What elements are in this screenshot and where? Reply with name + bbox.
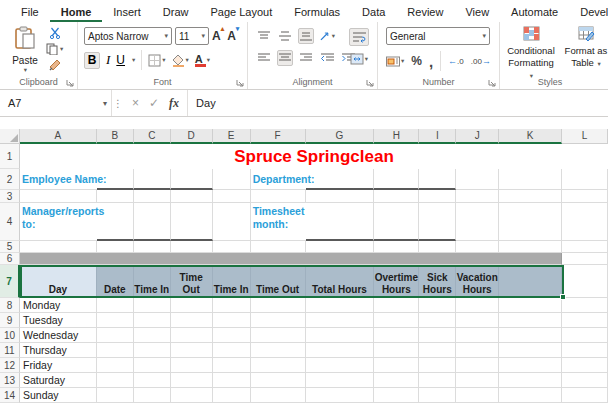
- cell[interactable]: [20, 190, 97, 203]
- italic-button[interactable]: I: [106, 52, 110, 68]
- cell[interactable]: [562, 190, 608, 203]
- cell[interactable]: [456, 169, 499, 190]
- cell[interactable]: [374, 298, 419, 313]
- cell[interactable]: [562, 265, 608, 298]
- row-header-11[interactable]: 11: [0, 343, 20, 358]
- cell[interactable]: [134, 343, 171, 358]
- col-header-b[interactable]: B: [97, 129, 134, 144]
- cell[interactable]: [171, 388, 213, 403]
- decrease-decimal-icon[interactable]: .00→: [471, 56, 491, 66]
- orientation-icon[interactable]: ▾: [319, 28, 335, 44]
- col-header-h[interactable]: H: [374, 129, 419, 144]
- tab-data[interactable]: Data: [351, 3, 396, 22]
- cell[interactable]: [213, 298, 251, 313]
- cell[interactable]: [419, 358, 456, 373]
- tab-insert[interactable]: Insert: [102, 3, 152, 22]
- cell[interactable]: [251, 190, 306, 203]
- cell[interactable]: [499, 190, 562, 203]
- cell[interactable]: [419, 343, 456, 358]
- col-header-f[interactable]: F: [251, 129, 306, 144]
- col-header-a[interactable]: A: [20, 129, 97, 144]
- cell[interactable]: [456, 298, 499, 313]
- cell[interactable]: [456, 343, 499, 358]
- format-painter-icon[interactable]: [46, 59, 63, 71]
- align-right-icon[interactable]: [298, 50, 314, 66]
- cell[interactable]: [419, 169, 456, 190]
- cell[interactable]: [213, 203, 251, 241]
- cell[interactable]: [374, 169, 419, 190]
- row-header-9[interactable]: 9: [0, 313, 20, 328]
- cell[interactable]: [374, 358, 419, 373]
- cell[interactable]: [419, 388, 456, 403]
- cell[interactable]: [171, 190, 213, 203]
- insert-function-icon[interactable]: fx: [169, 96, 179, 111]
- cell[interactable]: [306, 298, 375, 313]
- cell[interactable]: [134, 358, 171, 373]
- cell[interactable]: [97, 241, 134, 253]
- align-left-icon[interactable]: [256, 50, 272, 66]
- header-cell-time-in-2[interactable]: Time In: [213, 265, 251, 298]
- cell[interactable]: [171, 343, 213, 358]
- cell[interactable]: [213, 313, 251, 328]
- cell[interactable]: [306, 313, 375, 328]
- employee-name-label-cell[interactable]: Employee Name:: [20, 169, 97, 190]
- underline-button[interactable]: U: [116, 53, 125, 67]
- active-cell-a7[interactable]: Day: [20, 265, 97, 298]
- cell[interactable]: [251, 388, 306, 403]
- cell[interactable]: [374, 313, 419, 328]
- cell[interactable]: [306, 190, 375, 203]
- cell[interactable]: [213, 358, 251, 373]
- cell[interactable]: [171, 169, 213, 190]
- tab-draw[interactable]: Draw: [152, 3, 200, 22]
- row-header-13[interactable]: 13: [0, 373, 20, 388]
- cell[interactable]: [456, 313, 499, 328]
- cell[interactable]: [97, 313, 134, 328]
- select-all-corner[interactable]: [0, 129, 20, 144]
- cell[interactable]: [97, 343, 134, 358]
- cell[interactable]: [213, 241, 251, 253]
- cell-styles-button-cutoff[interactable]: S: [604, 26, 608, 62]
- cell[interactable]: [306, 169, 375, 190]
- cell[interactable]: [213, 343, 251, 358]
- name-box[interactable]: A7 ▾: [0, 90, 112, 116]
- confirm-icon[interactable]: ✓: [149, 96, 159, 110]
- cell[interactable]: [213, 328, 251, 343]
- header-cell-sick-hours[interactable]: Sick Hours: [419, 265, 456, 298]
- row-header-14[interactable]: 14: [0, 388, 20, 403]
- cell[interactable]: [374, 388, 419, 403]
- font-dialog-launcher-icon[interactable]: [236, 79, 244, 87]
- cell[interactable]: [171, 313, 213, 328]
- cell[interactable]: [499, 388, 562, 403]
- cell[interactable]: [456, 388, 499, 403]
- paste-dropdown-icon[interactable]: ▾: [9, 66, 42, 74]
- cell[interactable]: [306, 241, 375, 253]
- cell[interactable]: [499, 343, 562, 358]
- cell[interactable]: [499, 298, 562, 313]
- sheet-title-cell[interactable]: Spruce Springclean: [20, 144, 608, 169]
- cell[interactable]: [562, 241, 608, 253]
- cell[interactable]: [134, 313, 171, 328]
- cell[interactable]: [374, 328, 419, 343]
- cell[interactable]: [374, 373, 419, 388]
- row-header-7[interactable]: 7: [0, 265, 20, 298]
- col-header-e[interactable]: E: [213, 129, 251, 144]
- header-cell-overtime-hours[interactable]: Overtime Hours: [374, 265, 419, 298]
- col-header-l[interactable]: L: [562, 129, 608, 144]
- cell[interactable]: [499, 313, 562, 328]
- align-middle-icon[interactable]: [277, 28, 293, 44]
- cell[interactable]: [306, 203, 375, 241]
- tab-view[interactable]: View: [454, 3, 500, 22]
- decrease-indent-icon[interactable]: [319, 50, 335, 66]
- font-name-dropdown-icon[interactable]: ▾: [161, 32, 168, 40]
- cell[interactable]: [134, 169, 171, 190]
- cell[interactable]: [134, 328, 171, 343]
- gray-band-cell[interactable]: [20, 253, 562, 265]
- cell[interactable]: [306, 388, 375, 403]
- cell[interactable]: [134, 388, 171, 403]
- bold-button[interactable]: B: [84, 52, 100, 69]
- cell[interactable]: [213, 169, 251, 190]
- cell[interactable]: [499, 241, 562, 253]
- cell[interactable]: [134, 373, 171, 388]
- alignment-dialog-launcher-icon[interactable]: [366, 79, 374, 87]
- cell[interactable]: [419, 203, 456, 241]
